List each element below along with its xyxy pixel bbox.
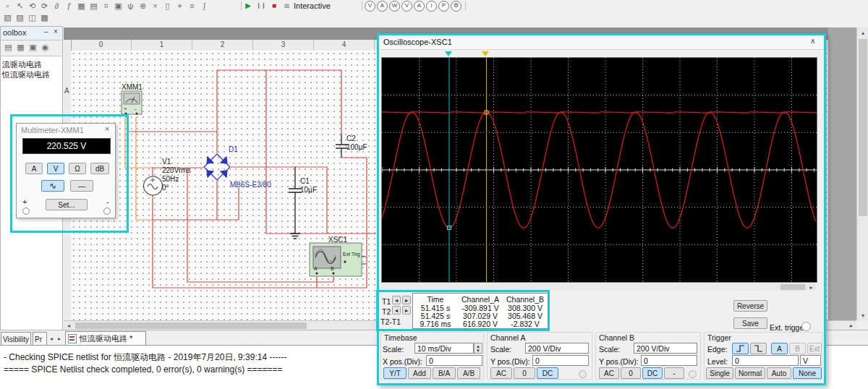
probe-icon[interactable]: I xyxy=(426,1,437,12)
oscilloscope-window[interactable]: Oscilloscope-XSC1 ∧ ▸ T1 ◂ ▸ T2 ◂ ▸ T2-T… xyxy=(377,33,826,385)
trigger-level-input[interactable]: 0 xyxy=(732,355,799,366)
t1-left-button[interactable]: ◂ xyxy=(392,296,401,304)
toolbar-icon[interactable]: ▤ xyxy=(88,1,100,11)
cursor-t1-handle[interactable] xyxy=(445,51,452,56)
timebase-scale-input[interactable]: 10 ms/Div xyxy=(414,343,474,354)
plus-terminal[interactable] xyxy=(22,208,30,215)
close-icon[interactable]: × xyxy=(54,27,58,35)
trigger-source-a-button[interactable]: A xyxy=(771,343,788,354)
toolbar-icon[interactable]: ▯ xyxy=(161,1,174,11)
set-button[interactable]: Set... xyxy=(46,199,88,210)
mode-ohms-button[interactable]: Ω xyxy=(69,163,86,174)
probe-icon[interactable]: V xyxy=(365,1,375,12)
channel-b-ypos-input[interactable]: 0 xyxy=(641,355,697,366)
multimeter-dialog[interactable]: Multimeter-XMM1 × 220.525 V A V Ω dB ∿ —… xyxy=(16,123,116,218)
toolbar-icon[interactable]: × xyxy=(149,1,161,11)
timebase-ba-button[interactable]: B/A xyxy=(433,367,456,379)
ext-trigger-terminal[interactable] xyxy=(801,322,811,331)
toolbar-icon[interactable]: ▣ xyxy=(112,1,124,11)
run-button[interactable]: ▶ xyxy=(243,1,253,11)
toolbar-icon[interactable]: ◫ xyxy=(26,12,38,22)
toolbar-icon[interactable]: ▩ xyxy=(38,12,51,22)
ac-mode-button[interactable]: ∿ xyxy=(41,180,64,192)
toolbar-icon[interactable]: ψ xyxy=(124,1,137,11)
horizontal-scrollbar-thumb[interactable] xyxy=(75,322,307,329)
collapse-icon[interactable]: ∧ xyxy=(810,37,815,45)
probe-icon[interactable]: V xyxy=(401,1,412,12)
timebase-add-button[interactable]: Add xyxy=(408,367,431,379)
toolbar-icon[interactable]: ↖ xyxy=(14,1,26,11)
main-vertical-scrollbar[interactable]: ▴ ▾ xyxy=(856,27,868,320)
channel-a-scale-input[interactable]: 200 V/Div xyxy=(525,343,589,354)
trigger-none-button[interactable]: None xyxy=(793,367,822,379)
channel-b-scale-input[interactable]: 200 V/Div xyxy=(634,343,697,354)
scroll-up-icon[interactable]: ▴ xyxy=(857,27,868,38)
probe-icon[interactable]: ⚙ xyxy=(451,1,461,12)
trigger-level-unit[interactable]: V xyxy=(800,355,821,366)
tree-item-project[interactable]: 流驱动电路 xyxy=(2,59,42,70)
toolbar-icon[interactable]: ▨ xyxy=(14,12,26,22)
channel-b-ac-button[interactable]: AC xyxy=(599,367,619,379)
interactive-mode-dropdown[interactable]: Interactive xyxy=(294,1,331,10)
minus-terminal[interactable] xyxy=(103,208,111,215)
t1-right-button[interactable]: ▸ xyxy=(402,296,411,304)
channel-b-dc-button[interactable]: DC xyxy=(642,367,663,379)
toolbar-icon[interactable]: ▦ xyxy=(75,1,88,11)
tree-item-sheet[interactable]: 恒流驱动电路 xyxy=(2,69,50,80)
channel-b-minus-button[interactable]: - xyxy=(664,367,684,379)
scope-scrollbar-thumb[interactable] xyxy=(780,284,805,290)
rising-edge-icon[interactable] xyxy=(732,343,749,354)
toolbar-icon[interactable]: ▧ xyxy=(1,12,14,22)
toolbar-icon[interactable]: ƒ xyxy=(63,1,75,11)
channel-a-dc-button[interactable]: DC xyxy=(537,367,558,379)
t2-left-button[interactable]: ◂ xyxy=(392,306,401,315)
falling-edge-icon[interactable] xyxy=(750,343,767,354)
trigger-single-button[interactable]: Single xyxy=(706,367,733,379)
close-icon[interactable]: × xyxy=(105,124,109,133)
toolbar-icon[interactable]: ∂ xyxy=(51,1,63,11)
tab-visibility[interactable]: Visibility xyxy=(1,332,31,346)
trigger-source-b-button[interactable]: B xyxy=(789,343,806,354)
toolbox-icon[interactable]: ▦ xyxy=(14,42,27,52)
timebase-scale-spinner[interactable]: ▲▼ xyxy=(474,343,482,354)
dc-mode-button[interactable]: — xyxy=(70,180,93,192)
tab-scroll-left-icon[interactable]: ◂ xyxy=(48,333,55,344)
probe-icon[interactable]: A xyxy=(377,1,388,12)
toolbox-icon[interactable]: ▤ xyxy=(2,42,14,52)
toolbar-icon[interactable]: ▫ xyxy=(1,1,14,11)
save-button[interactable]: Save xyxy=(733,317,767,329)
toolbar-icon[interactable]: ≡ xyxy=(186,1,198,11)
channel-b-zero-button[interactable]: 0 xyxy=(621,367,641,379)
probe-icon[interactable]: P xyxy=(438,1,449,12)
trigger-auto-button[interactable]: Auto xyxy=(767,367,791,379)
toolbar-icon[interactable]: ⌖ xyxy=(174,1,186,11)
oscilloscope-screen[interactable] xyxy=(381,57,817,283)
toolbar-icon[interactable]: ⟲ xyxy=(26,1,38,11)
toolbar-icon[interactable]: ⌗ xyxy=(100,1,112,11)
channel-a-ac-button[interactable]: AC xyxy=(490,367,512,379)
toolbar-icon[interactable]: ⊕ xyxy=(137,1,149,11)
sheet-tab[interactable]: 恒流驱动电路 * xyxy=(65,331,146,346)
timebase-xpos-input[interactable]: 0 xyxy=(426,355,482,366)
trigger-source-ext-button[interactable]: Ext xyxy=(807,343,822,354)
toolbox-icon[interactable]: ◉ xyxy=(39,42,51,52)
minimize-icon[interactable]: – xyxy=(44,27,48,35)
stop-button[interactable]: ■ xyxy=(269,1,279,11)
channel-a-ypos-input[interactable]: 0 xyxy=(532,355,589,366)
mode-db-button[interactable]: dB xyxy=(90,163,109,174)
probe-icon[interactable]: W xyxy=(389,1,400,12)
channel-a-zero-button[interactable]: 0 xyxy=(514,367,535,379)
mode-amps-button[interactable]: A xyxy=(25,163,43,174)
probe-icon[interactable]: A xyxy=(414,1,425,12)
pause-button[interactable]: ❙❙ xyxy=(256,1,266,11)
toolbox-icon[interactable]: ▣ xyxy=(27,42,39,52)
timebase-yt-button[interactable]: Y/T xyxy=(383,367,407,379)
channel-a-terminal[interactable] xyxy=(579,370,587,378)
scope-scroll-right-icon[interactable]: ▸ xyxy=(807,283,816,291)
timebase-ab-button[interactable]: A/B xyxy=(457,367,480,379)
channel-b-terminal[interactable] xyxy=(689,370,697,378)
t2-right-button[interactable]: ▸ xyxy=(402,306,411,315)
vertical-scrollbar-thumb[interactable] xyxy=(859,39,867,216)
mode-volts-button[interactable]: V xyxy=(47,163,64,174)
cursor-t2-handle[interactable] xyxy=(482,51,489,56)
